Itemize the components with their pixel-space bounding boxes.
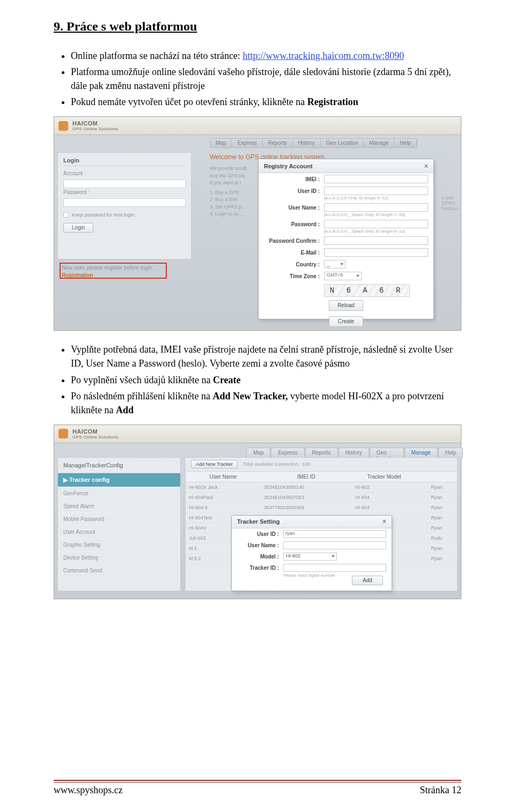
nav-express[interactable]: Express	[232, 139, 262, 147]
registry-account-dialog: Registry Account × IMEI : User ID : [a-z…	[258, 159, 434, 319]
cell-imei: 353451043050140	[261, 482, 352, 492]
login-remember-row[interactable]: Keep password for next login.	[63, 212, 186, 218]
login-account-label: Account :	[63, 170, 186, 176]
table-row[interactable]: HI-602X Jack353451043050140HI-602Ryan	[186, 482, 457, 493]
mid-item-2-text: Po vyplnění všech údajů klikněte na	[71, 375, 213, 385]
tab-geolocation[interactable]: Geo Location	[370, 448, 404, 458]
dlg2-username-input[interactable]	[283, 541, 386, 549]
close-icon[interactable]: ×	[382, 518, 386, 525]
sidebar-item-geofence[interactable]: GeoFence	[58, 487, 180, 500]
userid-input[interactable]	[324, 187, 428, 195]
login-button[interactable]: Login	[63, 223, 93, 233]
mid-item-2: Po vyplnění všech údajů klikněte na Crea…	[71, 373, 461, 387]
intro-list: Online platforma se nachází na této strá…	[71, 49, 461, 109]
sidebar-item-user-account[interactable]: User Account	[58, 525, 180, 538]
step-2: 2. Buy a SIM	[210, 196, 252, 204]
haicom-logo-icon	[58, 429, 68, 438]
login-account-input[interactable]	[63, 180, 186, 188]
password-hint: [a-z,A-Z,0-9,_,Space Only, ID length 6~1…	[259, 229, 433, 234]
nav-history[interactable]: History	[293, 139, 321, 147]
cell-action: Ryan	[416, 482, 457, 492]
reload-button[interactable]: Reload	[329, 300, 363, 311]
pwdconfirm-input[interactable]	[324, 236, 428, 245]
country-select[interactable]: --	[324, 260, 345, 269]
create-button[interactable]: Create	[329, 316, 363, 327]
cell-imei: 353451043637553	[261, 493, 352, 502]
nav-map[interactable]: Map	[210, 139, 232, 147]
table-row[interactable]: HI-604Paul353451043637553HI-604Ryan	[186, 493, 457, 503]
nav-manage[interactable]: Manage	[364, 139, 394, 147]
dlg2-model-select[interactable]: HI-602	[283, 553, 337, 561]
username-label: User Name :	[264, 205, 324, 211]
intro-item-3-bold: Registration	[307, 96, 358, 107]
tab-map[interactable]: Map	[246, 448, 270, 458]
tab-history[interactable]: History	[339, 448, 369, 458]
dlg2-username-label: User Name :	[237, 542, 283, 548]
mid-item-3: Po následném přihlášení klikněte na Add …	[71, 389, 461, 417]
tab-express[interactable]: Express	[271, 448, 304, 458]
cell-action: Ryan	[416, 503, 457, 512]
screenshot-registration: HAICOM GPS Online Solutions Map Express …	[54, 116, 461, 331]
tab-manage[interactable]: Manage	[404, 448, 438, 458]
intro-item-1-text: Online platforma se nachází na této strá…	[71, 50, 242, 61]
table-row[interactable]: HI-604-2354778023500368HI-604Ryan	[186, 503, 457, 513]
nav-reports[interactable]: Reports	[263, 139, 293, 147]
dlg2-userid-input[interactable]: ryan	[283, 530, 386, 538]
col-action	[416, 472, 457, 482]
cell-action: Rodo	[416, 533, 457, 543]
nav-help[interactable]: Help	[394, 139, 417, 147]
tab-reports[interactable]: Reports	[305, 448, 338, 458]
dlg2-trackerid-input[interactable]	[283, 564, 386, 572]
username-hint: [a-z,A-Z,0-9,_,Space Only, ID length 2~2…	[259, 212, 433, 217]
footer-rule	[54, 780, 461, 783]
email-input[interactable]	[324, 248, 428, 257]
ss2-tabs: Map Express Reports History Geo Location…	[246, 448, 464, 458]
brand-subtitle: GPS Online Solutions	[72, 126, 118, 131]
login-password-input[interactable]	[63, 198, 186, 207]
page-heading: 9. Práce s web platformou	[54, 19, 461, 34]
tab-help[interactable]: Help	[438, 448, 464, 458]
col-username: User Name	[186, 472, 261, 482]
sidebar-item-tracker-config[interactable]: ▶ Tracker config	[58, 473, 180, 487]
brand-title-2: HAICOM	[72, 428, 118, 435]
nav-geolocation[interactable]: Geo Location	[321, 139, 364, 147]
dialog-header: Registry Account ×	[259, 159, 433, 173]
checkbox-icon[interactable]	[63, 212, 69, 218]
footer-site: www.spyshops.cz	[54, 785, 123, 796]
cell-action: Ryan	[416, 543, 457, 553]
cell-action: Ryan	[416, 523, 457, 533]
platform-url-link[interactable]: http://www.tracking.haicom.com.tw:8090	[242, 50, 404, 61]
side-info-text: s and GPRS function.	[442, 195, 461, 211]
mid-item-3-bold1: Add New Tracker,	[212, 391, 288, 401]
close-icon[interactable]: ×	[424, 162, 428, 170]
timezone-label: Time Zone :	[264, 273, 324, 279]
username-input[interactable]	[324, 203, 428, 212]
dlg2-model-label: Model :	[237, 554, 283, 560]
sidebar-item-speed-alarm[interactable]: Speed Alarm	[58, 500, 180, 512]
left-sidebar: Manage/TrackerConfig ▶ Tracker config Ge…	[57, 457, 181, 591]
cell-action: Ryan	[416, 554, 457, 563]
captcha-image: N 6 A 6 R	[324, 284, 410, 297]
timezone-select[interactable]: GMT+8	[324, 272, 362, 280]
sidebar-item-graphic-setting[interactable]: Graphic Setting	[58, 538, 180, 551]
sidebar-item-command-send[interactable]: Command Send	[58, 564, 180, 577]
dlg2-header: Tracker Setting ×	[232, 516, 392, 528]
mid-item-2-bold: Create	[213, 375, 241, 385]
cell-name: HI-604-2	[186, 503, 261, 512]
sidebar-item-mobile-password[interactable]: Mobile Password	[58, 512, 180, 525]
imei-input[interactable]	[324, 175, 428, 183]
panel-header: Add New Tracker Total available connecti…	[186, 458, 457, 472]
cell-action: Ryan	[416, 513, 457, 523]
password-input[interactable]	[324, 220, 428, 228]
brand-subtitle-2: GPS Online Solutions	[72, 435, 118, 439]
login-panel: Login Account : Password : Keep password…	[57, 152, 192, 259]
screenshot-tracker-config: HAICOM GPS Online Solutions Map Express …	[54, 424, 461, 599]
breadcrumb: Manage/TrackerConfig	[58, 458, 180, 473]
login-remember-label: Keep password for next login.	[72, 212, 136, 218]
sidebar-item-device-setting[interactable]: Device Setting	[58, 551, 180, 564]
welcome-intro: We provide small… Buy the GPS tra… If yo…	[210, 165, 252, 218]
country-value: --	[325, 264, 330, 269]
add-new-tracker-button[interactable]: Add New Tracker	[191, 460, 238, 468]
add-button[interactable]: Add	[352, 576, 383, 585]
ss1-topbar: HAICOM GPS Online Solutions	[54, 117, 461, 135]
